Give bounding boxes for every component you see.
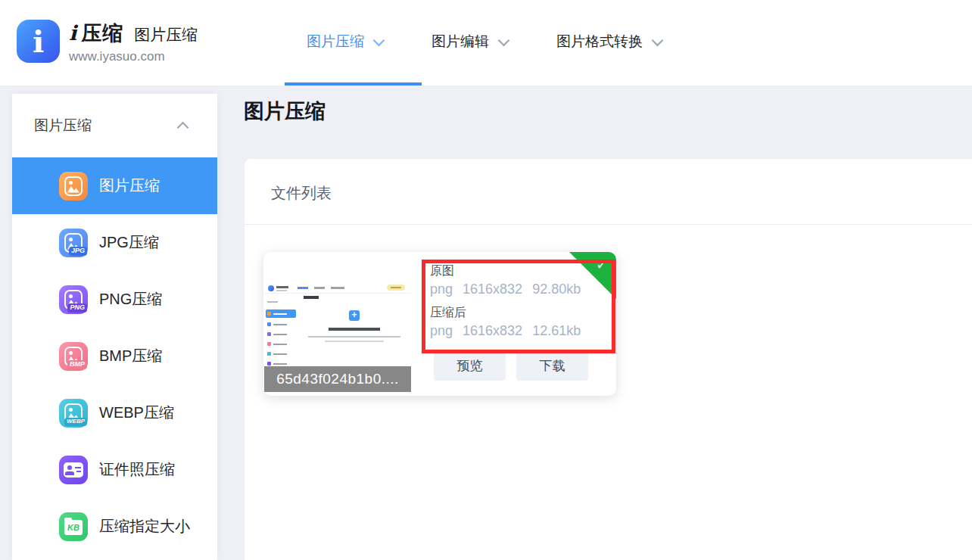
preview-button[interactable]: 预览 xyxy=(434,351,506,381)
chevron-up-icon xyxy=(177,121,189,133)
compressed-format: png xyxy=(430,323,453,338)
brand-url: www.iyasuo.com xyxy=(69,49,198,64)
original-format: png xyxy=(430,282,453,297)
sidebar-item-label: PNG压缩 xyxy=(99,289,162,310)
brand-title: 压缩 xyxy=(81,20,123,47)
sidebar-item-jpg-compress[interactable]: JPG JPG压缩 xyxy=(12,214,217,271)
chevron-down-icon xyxy=(498,34,510,46)
brand-logo-icon: i xyxy=(17,20,60,63)
jpg-image-icon: JPG xyxy=(59,229,88,257)
logo-letter: i xyxy=(33,26,44,57)
nav-item-image-edit[interactable]: 图片编辑 xyxy=(431,32,508,51)
check-icon: ✓ xyxy=(596,256,608,273)
sidebar-item-label: WEBP压缩 xyxy=(99,403,174,423)
main-nav: 图片压缩 图片编辑 图片格式转换 xyxy=(307,32,662,51)
file-name-label: 65d43f024b1b0.... xyxy=(264,366,411,392)
sidebar-item-label: 证件照压缩 xyxy=(99,459,175,480)
chevron-down-icon xyxy=(652,34,664,46)
chevron-down-icon xyxy=(373,34,385,46)
original-dimensions: 1616x832 xyxy=(463,282,522,297)
card-actions: 预览 下载 xyxy=(434,351,588,381)
sidebar-item-bmp-compress[interactable]: BMP BMP压缩 xyxy=(12,328,217,384)
brand-text: i 压缩 图片压缩 www.iyasuo.com xyxy=(69,20,198,64)
nav-item-label: 图片编辑 xyxy=(431,32,489,51)
brand-title-prefix: i xyxy=(69,21,76,45)
id-card-icon xyxy=(59,456,88,484)
file-list-panel: 文件列表 xyxy=(245,159,972,560)
page-title: 图片压缩 xyxy=(244,98,326,125)
file-thumbnail[interactable]: + 65d43f024b1b0.... xyxy=(264,256,411,392)
folder-kb-icon: KB xyxy=(59,512,88,541)
sidebar-item-webp-compress[interactable]: WEBP WEBP压缩 xyxy=(12,384,217,441)
sidebar-item-target-size-compress[interactable]: KB 压缩指定大小 xyxy=(12,498,217,555)
upload-plus-icon: + xyxy=(349,310,360,321)
sidebar-item-label: JPG压缩 xyxy=(99,232,159,253)
sidebar-item-label: 压缩指定大小 xyxy=(99,516,190,537)
sidebar-item-label: 图片压缩 xyxy=(99,176,160,196)
sidebar-item-png-compress[interactable]: PNG PNG压缩 xyxy=(12,271,217,328)
active-nav-underline xyxy=(285,82,422,86)
brand-subtitle: 图片压缩 xyxy=(134,24,198,45)
webp-image-icon: WEBP xyxy=(59,399,88,428)
compressed-size: 12.61kb xyxy=(532,323,581,338)
original-info: png1616x83292.80kb xyxy=(430,282,590,297)
file-list-title: 文件列表 xyxy=(271,183,332,204)
app-window: i i 压缩 图片压缩 www.iyasuo.com 图片压缩 图片编辑 xyxy=(0,0,972,560)
nav-item-image-compress[interactable]: 图片压缩 xyxy=(307,32,383,51)
file-card: + 65d43f024b1b0.... 原图 png1616x83292.80k… xyxy=(263,252,616,396)
brand[interactable]: i i 压缩 图片压缩 www.iyasuo.com xyxy=(17,20,198,64)
original-size: 92.80kb xyxy=(532,282,581,297)
divider xyxy=(245,224,972,225)
image-icon xyxy=(59,172,88,201)
nav-item-label: 图片格式转换 xyxy=(556,32,643,51)
nav-item-label: 图片压缩 xyxy=(307,32,364,51)
original-label: 原图 xyxy=(430,263,454,279)
compressed-label: 压缩后 xyxy=(430,305,466,321)
sidebar-item-id-photo-compress[interactable]: 证件照压缩 xyxy=(12,441,217,498)
png-image-icon: PNG xyxy=(59,285,88,314)
sidebar: 图片压缩 图片压缩 JPG JPG压缩 PNG PNG压缩 BMP BMP压缩 … xyxy=(12,94,217,560)
sidebar-item-image-compress[interactable]: 图片压缩 xyxy=(12,157,217,214)
compressed-dimensions: 1616x832 xyxy=(463,323,522,338)
thumbnail-preview-image: + xyxy=(264,283,411,359)
sidebar-item-label: BMP压缩 xyxy=(99,346,162,366)
sidebar-group-title: 图片压缩 xyxy=(34,116,92,135)
nav-item-format-convert[interactable]: 图片格式转换 xyxy=(556,32,662,51)
compressed-info: png1616x83212.61kb xyxy=(430,323,590,339)
download-button[interactable]: 下载 xyxy=(516,351,588,381)
site-header: i i 压缩 图片压缩 www.iyasuo.com 图片压缩 图片编辑 xyxy=(0,0,972,86)
sidebar-group-header[interactable]: 图片压缩 xyxy=(12,94,217,157)
bmp-image-icon: BMP xyxy=(59,342,88,371)
